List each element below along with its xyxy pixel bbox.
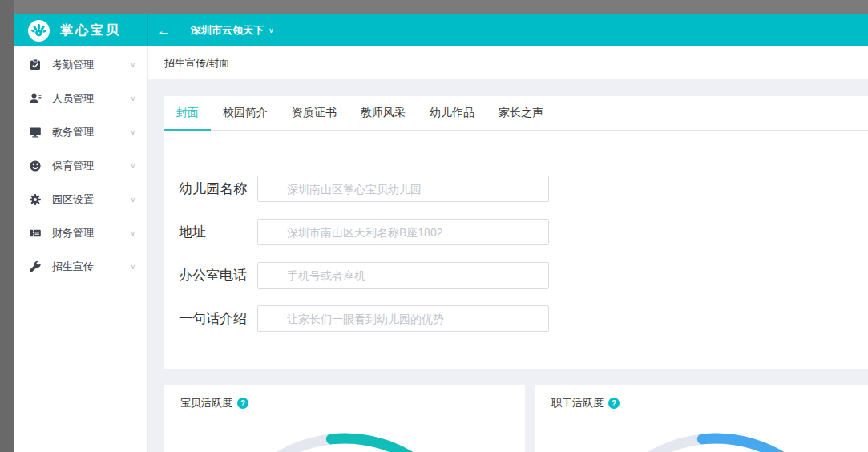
card-title: 宝贝活跃度	[180, 396, 232, 410]
chevron-down-icon: ∨	[130, 61, 135, 69]
clipboard-check-icon	[29, 59, 42, 71]
office-phone-input[interactable]	[257, 262, 549, 289]
address-input[interactable]	[257, 219, 549, 245]
tab-strip: 封面 校园简介 资质证书 教师风采 幼儿作品 家长之声	[164, 96, 868, 131]
field-label: 一句话介绍	[179, 309, 257, 328]
tab-label: 校园简介	[223, 106, 268, 120]
kindergarten-name-input[interactable]	[257, 176, 549, 202]
stats-row: 宝贝活跃度 ? 职工活跃度 ?	[164, 385, 868, 452]
sidebar-item-academic[interactable]: 教务管理 ∨	[14, 115, 147, 149]
baby-activity-chart	[164, 422, 525, 452]
sidebar-item-label: 保育管理	[52, 159, 94, 173]
wrench-icon	[29, 260, 42, 273]
chevron-down-icon: ∨	[130, 263, 135, 271]
sidebar-item-label: 人员管理	[52, 91, 94, 106]
sidebar-item-label: 园区设置	[52, 192, 94, 207]
tab-children-works[interactable]: 幼儿作品	[418, 96, 486, 130]
palm-logo-icon	[28, 20, 50, 42]
tab-cover[interactable]: 封面	[164, 96, 211, 130]
user-icon	[29, 92, 42, 105]
staff-activity-card: 职工活跃度 ?	[535, 385, 868, 452]
form-row-office-phone: 办公室电话	[179, 262, 868, 289]
sidebar-item-personnel[interactable]: 人员管理 ∨	[14, 82, 147, 115]
logo-section: 掌心宝贝	[14, 14, 148, 46]
breadcrumb: 招生宣传/封面	[164, 56, 230, 71]
park-selector[interactable]: 深圳市云领天下 ∨	[191, 23, 274, 38]
sidebar: 考勤管理 ∨ 人员管理 ∨ 教务管理 ∨	[14, 46, 148, 452]
content-area: 招生宣传/封面 封面 校园简介 资质证书 教师风采 幼儿作品 家长之声 幼儿园名…	[148, 46, 868, 452]
field-label: 幼儿园名称	[179, 180, 257, 198]
screen-frame-left	[0, 0, 14, 452]
sidebar-item-enrollment[interactable]: 招生宣传 ∨	[14, 250, 147, 284]
chevron-down-icon: ∨	[268, 26, 274, 34]
tab-label: 资质证书	[292, 106, 337, 120]
tab-certificates[interactable]: 资质证书	[280, 96, 349, 130]
form-row-address: 地址	[179, 219, 868, 245]
one-line-intro-input[interactable]	[257, 305, 549, 332]
sidebar-item-childcare[interactable]: 保育管理 ∨	[14, 149, 147, 183]
gear-icon	[29, 193, 42, 206]
sidebar-item-label: 财务管理	[52, 226, 94, 240]
help-icon[interactable]: ?	[608, 398, 620, 409]
sidebar-item-campus-settings[interactable]: 园区设置 ∨	[14, 183, 147, 216]
tab-label: 封面	[176, 106, 199, 120]
sidebar-item-label: 教务管理	[52, 125, 94, 139]
chevron-down-icon: ∨	[130, 229, 135, 237]
card-title: 职工活跃度	[551, 396, 604, 410]
card-header: 宝贝活跃度 ?	[164, 385, 525, 422]
sidebar-item-attendance[interactable]: 考勤管理 ∨	[14, 48, 147, 82]
tab-teacher-style[interactable]: 教师风采	[349, 96, 418, 130]
tab-label: 家长之声	[499, 106, 543, 120]
form-row-kindergarten-name: 幼儿园名称	[179, 176, 868, 202]
chevron-down-icon: ∨	[130, 196, 135, 204]
field-label: 地址	[179, 223, 257, 241]
sidebar-item-finance[interactable]: 财务管理 ∨	[14, 216, 147, 250]
chevron-down-icon: ∨	[130, 162, 135, 170]
ticket-icon	[29, 227, 42, 240]
sidebar-item-label: 招生宣传	[52, 260, 94, 274]
content-scroll[interactable]: 封面 校园简介 资质证书 教师风采 幼儿作品 家长之声 幼儿园名称 地	[148, 80, 868, 452]
form-row-one-line-intro: 一句话介绍	[179, 305, 868, 332]
top-bar: 掌心宝贝 ← 深圳市云领天下 ∨	[14, 14, 868, 46]
breadcrumb-bar: 招生宣传/封面	[148, 46, 868, 80]
tab-label: 教师风采	[361, 106, 406, 120]
chevron-down-icon: ∨	[130, 95, 135, 103]
help-icon[interactable]: ?	[237, 398, 248, 409]
top-bar-right: ← 深圳市云领天下 ∨	[148, 14, 868, 46]
field-label: 办公室电话	[179, 266, 257, 285]
tab-parent-voices[interactable]: 家长之声	[486, 96, 555, 130]
cover-form: 幼儿园名称 地址 办公室电话 一句话介绍	[164, 131, 868, 332]
back-button[interactable]: ←	[157, 24, 171, 38]
monitor-icon	[29, 126, 42, 139]
baby-activity-card: 宝贝活跃度 ?	[164, 385, 525, 452]
screen-frame-top	[0, 0, 868, 14]
tab-school-intro[interactable]: 校园简介	[211, 96, 280, 130]
card-header: 职工活跃度 ?	[535, 385, 868, 422]
smiley-icon	[29, 159, 42, 172]
sidebar-item-label: 考勤管理	[52, 58, 94, 72]
staff-activity-chart	[535, 422, 868, 452]
park-selector-label: 深圳市云领天下	[191, 23, 264, 38]
cover-form-card: 封面 校园简介 资质证书 教师风采 幼儿作品 家长之声 幼儿园名称 地	[164, 96, 868, 369]
tab-label: 幼儿作品	[430, 106, 474, 120]
app-title: 掌心宝贝	[60, 22, 121, 39]
chevron-down-icon: ∨	[130, 128, 135, 136]
app-window: 掌心宝贝 ← 深圳市云领天下 ∨ 考勤管理 ∨ 人员管	[14, 14, 868, 452]
